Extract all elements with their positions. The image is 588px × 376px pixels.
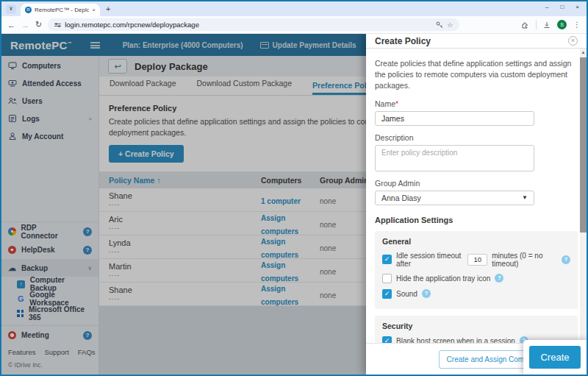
forward-icon[interactable]: → bbox=[21, 21, 29, 29]
help-icon[interactable]: ? bbox=[422, 289, 431, 298]
modal-dim-overlay bbox=[1, 34, 366, 375]
blank-host-checkbox[interactable]: ✓ bbox=[382, 336, 392, 343]
create-policy-panel: Create Policy × Create policies that def… bbox=[366, 34, 587, 375]
extensions-icon[interactable] bbox=[522, 21, 529, 29]
scroll-up-icon[interactable]: ▲ bbox=[580, 49, 587, 56]
sound-checkbox[interactable]: ✓ bbox=[382, 289, 392, 299]
window-maximize-button[interactable]: □ bbox=[560, 4, 564, 10]
close-icon[interactable]: × bbox=[568, 36, 578, 46]
bookmark-star-icon[interactable]: ☆ bbox=[447, 21, 453, 29]
name-label: Name* bbox=[375, 99, 578, 108]
panel-scrollbar[interactable]: ▲ bbox=[580, 49, 587, 343]
scrollbar-thumb[interactable] bbox=[580, 57, 587, 233]
application-settings-label: Application Settings bbox=[375, 216, 578, 224]
idle-timeout-label: Idle session timeout after bbox=[396, 252, 463, 268]
panel-description: Create policies that define application … bbox=[375, 58, 578, 92]
sound-row: ✓ Sound ? bbox=[382, 289, 570, 299]
name-field[interactable] bbox=[375, 111, 534, 126]
create-button[interactable]: Create bbox=[529, 346, 580, 369]
idle-timeout-row: ✓ Idle session timeout after minutes (0 … bbox=[382, 252, 570, 268]
idle-timeout-checkbox[interactable]: ✓ bbox=[382, 255, 392, 264]
browser-tab-title: RemotePC™ - Deploy Package bbox=[35, 7, 89, 13]
panel-header: Create Policy × bbox=[366, 34, 587, 49]
security-title: Security bbox=[382, 322, 570, 330]
description-label: Description bbox=[375, 133, 578, 142]
hide-tray-label: Hide the application tray icon bbox=[396, 274, 490, 283]
help-icon[interactable]: ? bbox=[562, 255, 570, 264]
required-asterisk: * bbox=[395, 99, 398, 108]
hide-tray-checkbox[interactable] bbox=[382, 274, 392, 283]
description-field[interactable] bbox=[375, 145, 534, 171]
tab-search-icon[interactable]: ∨ bbox=[6, 4, 16, 14]
toolbar-divider bbox=[536, 21, 537, 29]
hide-tray-row: Hide the application tray icon ? bbox=[382, 274, 570, 283]
new-tab-button[interactable]: + bbox=[106, 4, 110, 13]
security-settings-box: Security ✓ Blank host screen when in a s… bbox=[375, 316, 578, 343]
general-title: General bbox=[382, 237, 570, 246]
panel-title: Create Policy bbox=[375, 36, 431, 46]
url-text[interactable]: login.remotepc.com/rpcnew/deploypackage bbox=[65, 21, 432, 29]
help-icon[interactable]: ? bbox=[495, 274, 503, 283]
window-close-button[interactable]: × bbox=[576, 4, 579, 10]
back-icon[interactable]: ← bbox=[7, 21, 15, 29]
chevron-down-icon: ▼ bbox=[522, 194, 528, 201]
idle-timeout-minutes-field[interactable] bbox=[467, 254, 487, 266]
browser-window: ∨ R RemotePC™ - Deploy Package × + – □ ×… bbox=[0, 0, 588, 376]
group-admin-selected-value: Anna Diasy bbox=[381, 194, 421, 202]
browser-toolbar: ← → ↻ login.remotepc.com/rpcnew/deploypa… bbox=[1, 16, 587, 34]
tab-close-icon[interactable]: × bbox=[92, 7, 96, 13]
downloads-icon[interactable] bbox=[543, 21, 551, 29]
browser-menu-icon[interactable]: ⋮ bbox=[573, 21, 581, 29]
general-settings-box: General ✓ Idle session timeout after min… bbox=[375, 231, 578, 309]
idle-timeout-suffix: minutes (0 = no timeout) bbox=[492, 252, 557, 268]
address-bar[interactable]: login.remotepc.com/rpcnew/deploypackage … bbox=[48, 18, 459, 31]
site-favicon: R bbox=[25, 7, 32, 13]
browser-tab[interactable]: R RemotePC™ - Deploy Package × bbox=[21, 4, 100, 16]
site-info-icon[interactable] bbox=[54, 24, 61, 26]
profile-avatar[interactable]: S bbox=[557, 20, 567, 29]
sound-label: Sound bbox=[396, 290, 417, 298]
reload-icon[interactable]: ↻ bbox=[35, 20, 42, 29]
create-button-spotlight: Create bbox=[523, 340, 587, 375]
group-admin-select[interactable]: Anna Diasy ▼ bbox=[375, 191, 534, 205]
blank-host-label: Blank host screen when in a session bbox=[396, 337, 515, 343]
group-admin-label: Group Admin bbox=[375, 179, 578, 188]
browser-tabstrip: ∨ R RemotePC™ - Deploy Package × + – □ × bbox=[1, 1, 587, 16]
panel-body: Create policies that define application … bbox=[366, 49, 587, 343]
page: RemotePC™ Plan: Enterprise (4000 Compute… bbox=[1, 34, 587, 375]
window-minimize-button[interactable]: – bbox=[545, 4, 548, 10]
password-key-icon[interactable] bbox=[436, 21, 443, 29]
